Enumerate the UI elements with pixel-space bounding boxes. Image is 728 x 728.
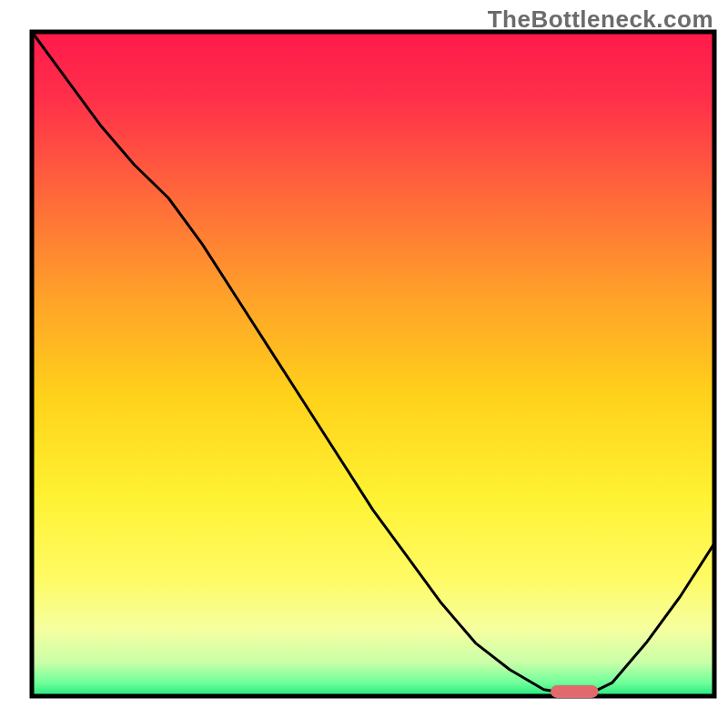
plot-gradient — [32, 32, 714, 696]
optimal-marker — [551, 685, 599, 698]
bottleneck-chart — [0, 0, 728, 728]
